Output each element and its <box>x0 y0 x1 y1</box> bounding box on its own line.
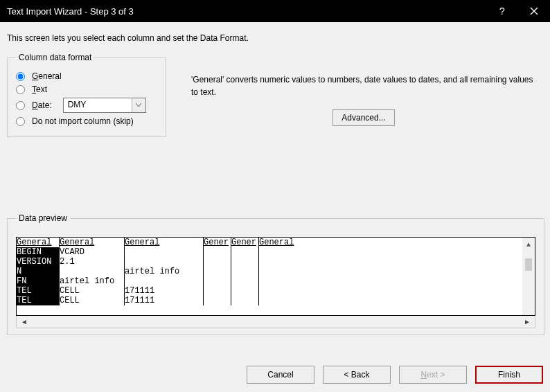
table-cell: 171111 <box>125 286 204 296</box>
table-cell <box>60 267 125 276</box>
column-data-format-group: Column data format General Text Date: DM… <box>7 53 166 137</box>
col-header[interactable]: General <box>259 238 522 247</box>
dialog-content: This screen lets you select each column … <box>0 22 550 359</box>
col-header[interactable]: General <box>17 238 60 247</box>
chevron-down-icon <box>132 98 145 112</box>
preview-vertical-scrollbar[interactable]: ▲ <box>522 238 535 315</box>
table-cell: airtel info <box>60 276 125 286</box>
radio-date[interactable]: Date: DMY <box>16 98 157 113</box>
table-row: BEGINVCARD <box>17 247 522 257</box>
radio-text-input[interactable] <box>16 85 25 94</box>
table-cell: TEL <box>17 286 60 296</box>
preview-header-row: General General General Gener Gener Gene… <box>17 238 522 247</box>
scroll-thumb[interactable] <box>525 258 532 271</box>
table-cell: CELL <box>60 286 125 296</box>
back-button[interactable]: < Back <box>323 366 391 384</box>
table-cell: CELL <box>60 296 125 305</box>
help-button[interactable]: ? <box>486 0 518 22</box>
col-header[interactable]: Gener <box>204 238 231 247</box>
col-header[interactable]: General <box>60 238 125 247</box>
scroll-right-icon: ► <box>524 318 531 326</box>
table-cell <box>231 257 259 267</box>
close-icon <box>530 7 538 15</box>
preview-horizontal-scrollbar[interactable]: ◄ ► <box>16 316 535 328</box>
table-cell <box>259 276 522 286</box>
table-cell <box>204 257 231 267</box>
radio-text[interactable]: Text <box>16 84 157 94</box>
table-cell <box>125 247 204 257</box>
dialog-button-bar: Cancel < Back Next > Finish <box>0 359 550 392</box>
date-format-value: DMY <box>64 98 132 112</box>
table-cell <box>259 247 522 257</box>
title-bar: Text Import Wizard - Step 3 of 3 ? <box>0 0 550 22</box>
scroll-left-icon: ◄ <box>21 318 28 326</box>
col-header[interactable]: Gener <box>231 238 259 247</box>
radio-general-input[interactable] <box>16 72 25 81</box>
table-cell: airtel info <box>125 267 204 276</box>
table-cell <box>204 267 231 276</box>
table-cell <box>204 286 231 296</box>
radio-date-input[interactable] <box>16 101 25 110</box>
table-cell <box>259 267 522 276</box>
table-cell <box>125 257 204 267</box>
table-cell <box>259 296 522 305</box>
table-cell <box>204 296 231 305</box>
table-cell: 171111 <box>125 296 204 305</box>
table-row: TELCELL171111 <box>17 286 522 296</box>
radio-skip-label: Do not import column (skip) <box>32 116 134 126</box>
table-cell: VERSION <box>17 257 60 267</box>
date-format-select[interactable]: DMY <box>63 98 146 113</box>
next-button: Next > <box>399 366 467 384</box>
table-cell <box>231 296 259 305</box>
table-cell <box>231 267 259 276</box>
table-cell: BEGIN <box>17 247 60 257</box>
table-row: FNairtel info <box>17 276 522 286</box>
col-header[interactable]: General <box>125 238 204 247</box>
table-cell <box>231 276 259 286</box>
table-row: VERSION2.1 <box>17 257 522 267</box>
radio-skip[interactable]: Do not import column (skip) <box>16 116 157 126</box>
data-preview-legend: Data preview <box>16 213 70 223</box>
table-cell <box>259 286 522 296</box>
close-button[interactable] <box>518 0 550 22</box>
radio-skip-input[interactable] <box>16 117 25 126</box>
table-cell <box>231 286 259 296</box>
table-cell: 2.1 <box>60 257 125 267</box>
radio-general[interactable]: General <box>16 71 157 81</box>
table-row: TELCELL171111 <box>17 296 522 305</box>
screen-description: This screen lets you select each column … <box>7 33 543 43</box>
data-preview-group: Data preview General General General Gen… <box>7 213 544 335</box>
table-row: Nairtel info <box>17 267 522 276</box>
table-cell <box>204 247 231 257</box>
table-cell: VCARD <box>60 247 125 257</box>
scroll-up-icon: ▲ <box>526 240 531 250</box>
format-hint-text: 'General' converts numeric values to num… <box>191 73 536 98</box>
table-cell: FN <box>17 276 60 286</box>
table-cell <box>231 247 259 257</box>
column-data-format-legend: Column data format <box>16 53 94 62</box>
table-cell <box>204 276 231 286</box>
table-cell: TEL <box>17 296 60 305</box>
table-cell: N <box>17 267 60 276</box>
preview-table: General General General Gener Gener Gene… <box>16 237 535 316</box>
window-title: Text Import Wizard - Step 3 of 3 <box>7 6 486 17</box>
table-cell <box>259 257 522 267</box>
format-hint-pane: 'General' converts numeric values to num… <box>177 53 543 126</box>
cancel-button[interactable]: Cancel <box>247 366 314 384</box>
table-cell <box>125 276 204 286</box>
finish-button[interactable]: Finish <box>475 366 543 384</box>
advanced-button[interactable]: Advanced... <box>332 109 395 126</box>
